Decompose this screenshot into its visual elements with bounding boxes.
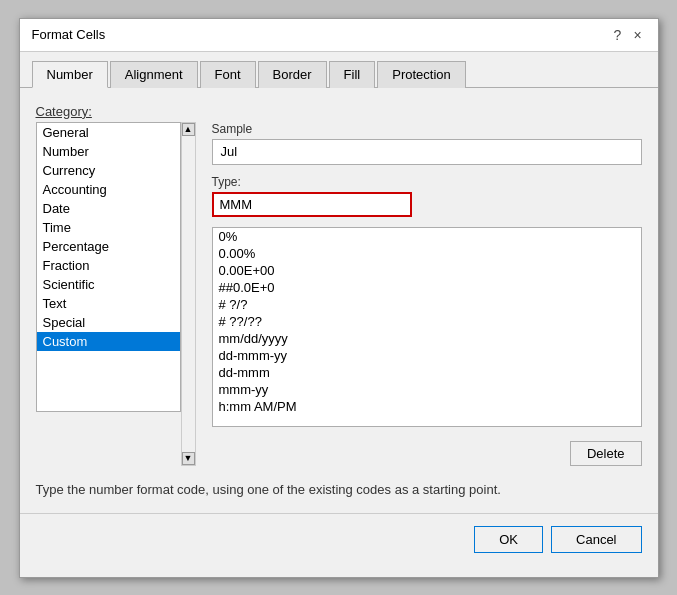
category-item-fraction[interactable]: Fraction <box>37 256 180 275</box>
category-item-custom[interactable]: Custom <box>37 332 180 351</box>
category-scroll-container: General Number Currency Accounting Date … <box>36 122 196 466</box>
type-input[interactable] <box>212 192 412 217</box>
type-section: Type: <box>212 175 642 217</box>
category-item-date[interactable]: Date <box>37 199 180 218</box>
type-label: Type: <box>212 175 642 189</box>
bottom-buttons: OK Cancel <box>20 513 658 565</box>
category-panel: General Number Currency Accounting Date … <box>36 122 181 412</box>
category-scrollbar: ▲ ▼ <box>181 122 196 466</box>
format-list-wrapper: 0% 0.00% 0.00E+00 ##0.0E+0 # ?/? # ??/??… <box>212 227 642 427</box>
format-item-4[interactable]: # ?/? <box>213 296 641 313</box>
format-item-10[interactable]: h:mm AM/PM <box>213 398 641 415</box>
category-list: General Number Currency Accounting Date … <box>37 123 180 351</box>
format-item-8[interactable]: dd-mmm <box>213 364 641 381</box>
category-item-general[interactable]: General <box>37 123 180 142</box>
format-cells-dialog: Format Cells ? × Number Alignment Font B… <box>19 18 659 578</box>
close-button[interactable]: × <box>630 27 646 43</box>
help-button[interactable]: ? <box>610 27 626 43</box>
tab-alignment[interactable]: Alignment <box>110 61 198 88</box>
category-item-text[interactable]: Text <box>37 294 180 313</box>
tab-protection[interactable]: Protection <box>377 61 466 88</box>
dialog-title: Format Cells <box>32 27 106 42</box>
category-item-scientific[interactable]: Scientific <box>37 275 180 294</box>
tabs-bar: Number Alignment Font Border Fill Protec… <box>20 52 658 88</box>
format-list-container[interactable]: 0% 0.00% 0.00E+00 ##0.0E+0 # ?/? # ??/??… <box>212 227 642 427</box>
tab-number[interactable]: Number <box>32 61 108 88</box>
help-text: Type the number format code, using one o… <box>36 482 642 497</box>
category-item-special[interactable]: Special <box>37 313 180 332</box>
format-item-5[interactable]: # ??/?? <box>213 313 641 330</box>
category-item-accounting[interactable]: Accounting <box>37 180 180 199</box>
ok-button[interactable]: OK <box>474 526 543 553</box>
title-bar: Format Cells ? × <box>20 19 658 52</box>
right-panel: Sample Jul Type: 0% 0.00% 0.00E+00 <box>212 122 642 466</box>
category-scroll-down[interactable]: ▼ <box>182 452 195 465</box>
delete-button[interactable]: Delete <box>570 441 642 466</box>
sample-value: Jul <box>212 139 642 165</box>
category-item-percentage[interactable]: Percentage <box>37 237 180 256</box>
category-label: Category: <box>36 104 642 119</box>
sample-section: Sample Jul <box>212 122 642 165</box>
format-list: 0% 0.00% 0.00E+00 ##0.0E+0 # ?/? # ??/??… <box>213 228 641 415</box>
sample-label: Sample <box>212 122 642 136</box>
category-scroll-thumb <box>182 136 195 452</box>
main-area: General Number Currency Accounting Date … <box>36 122 642 466</box>
cancel-button[interactable]: Cancel <box>551 526 641 553</box>
category-item-currency[interactable]: Currency <box>37 161 180 180</box>
format-item-9[interactable]: mmm-yy <box>213 381 641 398</box>
tab-fill[interactable]: Fill <box>329 61 376 88</box>
delete-btn-row: Delete <box>212 441 642 466</box>
format-item-7[interactable]: dd-mmm-yy <box>213 347 641 364</box>
tab-border[interactable]: Border <box>258 61 327 88</box>
category-scroll-up[interactable]: ▲ <box>182 123 195 136</box>
tab-content: Category: General Number Currency Accoun… <box>20 88 658 513</box>
format-item-0[interactable]: 0% <box>213 228 641 245</box>
tab-font[interactable]: Font <box>200 61 256 88</box>
format-item-2[interactable]: 0.00E+00 <box>213 262 641 279</box>
category-item-number[interactable]: Number <box>37 142 180 161</box>
format-item-6[interactable]: mm/dd/yyyy <box>213 330 641 347</box>
format-item-3[interactable]: ##0.0E+0 <box>213 279 641 296</box>
format-item-1[interactable]: 0.00% <box>213 245 641 262</box>
category-item-time[interactable]: Time <box>37 218 180 237</box>
title-bar-buttons: ? × <box>610 27 646 43</box>
